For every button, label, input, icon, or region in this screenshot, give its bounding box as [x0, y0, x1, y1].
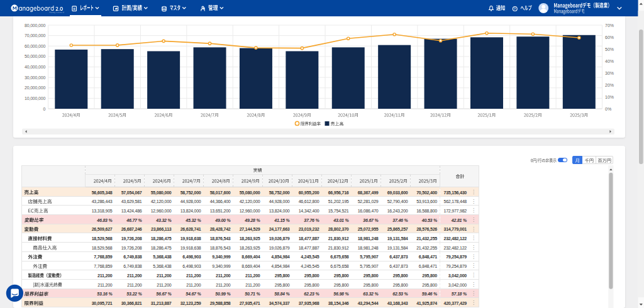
svg-text:?: ?	[514, 8, 516, 11]
